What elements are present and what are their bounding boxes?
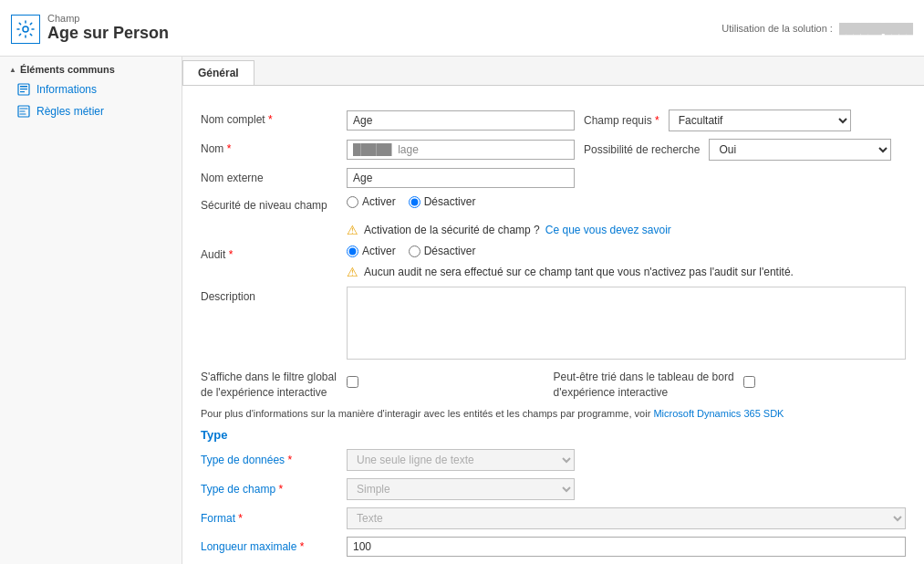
header-sub: Champ bbox=[47, 13, 169, 24]
audit-radio-group: Activer Désactiver bbox=[347, 245, 475, 257]
row-description: Description bbox=[201, 287, 906, 362]
content-area: Général Nom complet * Champ requis bbox=[182, 57, 924, 564]
audit-activer-radio[interactable]: Activer bbox=[347, 245, 396, 257]
required-star-nom: * bbox=[227, 142, 232, 155]
elements-communs-label: Éléments communs bbox=[20, 64, 115, 75]
type-title: Type bbox=[201, 428, 906, 442]
warning-icon-securite: ⚠ bbox=[347, 223, 358, 237]
warning-icon-audit: ⚠ bbox=[347, 265, 358, 279]
main-layout: Éléments communs Informations bbox=[0, 57, 924, 564]
row-audit: Audit * Activer Désactiver bbox=[201, 245, 906, 261]
securite-activer-input[interactable] bbox=[347, 196, 358, 208]
sidebar-informations-label: Informations bbox=[36, 83, 97, 96]
peut-etre-checkbox[interactable] bbox=[743, 376, 755, 388]
nom-controls: Possibilité de recherche Oui Non bbox=[347, 139, 906, 161]
header: Champ Age sur Person Utilisation de la s… bbox=[0, 0, 924, 57]
possibilite-label: Possibilité de recherche bbox=[584, 143, 700, 156]
utilisation-value: ██████ ████ bbox=[839, 23, 913, 34]
row-nom-externe: Nom externe bbox=[201, 168, 906, 188]
audit-desactiver-radio[interactable]: Désactiver bbox=[409, 245, 476, 257]
label-type-donnees: Type de données * bbox=[201, 454, 347, 466]
label-securite: Sécurité de niveau champ bbox=[201, 195, 347, 212]
sidebar-regles-label: Règles métier bbox=[36, 105, 104, 118]
nom-externe-input[interactable] bbox=[347, 168, 575, 188]
label-nom: Nom * bbox=[201, 139, 347, 155]
securite-radio-group: Activer Désactiver bbox=[347, 195, 475, 208]
tab-general[interactable]: Général bbox=[182, 60, 254, 85]
nom-input[interactable] bbox=[347, 140, 575, 160]
sidebar-section-header: Éléments communs bbox=[0, 57, 182, 78]
sdk-link[interactable]: Microsoft Dynamics 365 SDK bbox=[653, 408, 784, 419]
label-description: Description bbox=[201, 287, 347, 303]
label-type-champ: Type de champ * bbox=[201, 483, 347, 496]
header-right: Utilisation de la solution : ██████ ████ bbox=[722, 23, 913, 34]
row-securite: Sécurité de niveau champ Activer Désacti… bbox=[201, 195, 906, 212]
sidebar-item-informations[interactable]: Informations bbox=[0, 78, 182, 100]
header-titles: Champ Age sur Person bbox=[47, 13, 169, 43]
audit-warning-row: ⚠ Aucun audit ne sera effectué sur ce ch… bbox=[347, 265, 906, 279]
securite-activer-radio[interactable]: Activer bbox=[347, 195, 396, 208]
securite-desactiver-radio[interactable]: Désactiver bbox=[409, 195, 476, 208]
securite-desactiver-input[interactable] bbox=[409, 196, 420, 208]
saffiche-left: S'affiche dans le filtre global de l'exp… bbox=[201, 370, 554, 401]
gear-icon bbox=[16, 20, 35, 38]
info-icon bbox=[16, 82, 31, 97]
label-nom-externe: Nom externe bbox=[201, 168, 347, 184]
peut-etre-right: Peut-être trié dans le tableau de bord d… bbox=[554, 370, 907, 401]
description-textarea[interactable] bbox=[347, 287, 906, 360]
label-longueur: Longueur maximale * bbox=[201, 540, 347, 553]
label-audit: Audit * bbox=[201, 245, 347, 261]
longueur-input[interactable] bbox=[347, 537, 906, 557]
svg-rect-2 bbox=[20, 86, 27, 88]
row-longueur: Longueur maximale * bbox=[201, 537, 906, 557]
row-nom: Nom * Possibilité de recherche Oui Non bbox=[201, 139, 906, 161]
form-content: Nom complet * Champ requis * Facultatif … bbox=[182, 86, 924, 564]
label-format: Format * bbox=[201, 512, 347, 525]
securite-warning-row: ⚠ Activation de la sécurité de champ ? C… bbox=[347, 219, 906, 241]
possibilite-select[interactable]: Oui Non bbox=[709, 139, 891, 161]
nom-complet-input[interactable] bbox=[347, 110, 575, 131]
label-nom-complet: Nom complet * bbox=[201, 110, 347, 126]
required-star-nom-complet: * bbox=[268, 113, 273, 126]
peut-etre-label: Peut-être trié dans le tableau de bord d… bbox=[554, 370, 736, 401]
svg-point-0 bbox=[23, 26, 28, 32]
info-text-row: Pour plus d'informations sur la manière … bbox=[201, 408, 906, 419]
tabs-bar: Général bbox=[182, 57, 924, 86]
audit-desactiver-input[interactable] bbox=[409, 245, 420, 257]
header-icon-box bbox=[11, 15, 40, 44]
peut-etre-checkbox-area bbox=[743, 370, 755, 391]
securite-warning-text: Activation de la sécurité de champ ? bbox=[364, 224, 540, 236]
nom-externe-controls bbox=[347, 168, 906, 188]
rules-icon bbox=[16, 104, 31, 119]
type-donnees-select[interactable]: Une seule ligne de texte bbox=[347, 449, 575, 471]
champ-requis-select[interactable]: Facultatif Obligatoire bbox=[669, 110, 851, 131]
dual-checkbox-row: S'affiche dans le filtre global de l'exp… bbox=[201, 370, 906, 401]
sidebar: Éléments communs Informations bbox=[0, 57, 182, 564]
nom-complet-controls: Champ requis * Facultatif Obligatoire bbox=[347, 110, 906, 131]
header-main-title: Age sur Person bbox=[47, 24, 169, 43]
format-select[interactable]: Texte bbox=[347, 507, 906, 529]
info-text-prefix: Pour plus d'informations sur la manière … bbox=[201, 408, 650, 419]
utilisation-label: Utilisation de la solution : bbox=[722, 23, 833, 34]
securite-link[interactable]: Ce que vous devez savoir bbox=[545, 224, 671, 236]
saffiche-checkbox[interactable] bbox=[347, 376, 358, 388]
row-format: Format * Texte bbox=[201, 507, 906, 529]
champ-requis-label: Champ requis * bbox=[584, 114, 659, 127]
sidebar-item-regles-metier[interactable]: Règles métier bbox=[0, 100, 182, 122]
row-type-donnees: Type de données * Une seule ligne de tex… bbox=[201, 449, 906, 471]
row-nom-complet: Nom complet * Champ requis * Facultatif … bbox=[201, 110, 906, 131]
saffiche-label: S'affiche dans le filtre global de l'exp… bbox=[201, 370, 347, 401]
svg-rect-3 bbox=[20, 89, 27, 89]
app-container: Champ Age sur Person Utilisation de la s… bbox=[0, 0, 924, 564]
audit-activer-input[interactable] bbox=[347, 245, 358, 257]
audit-warning-text: Aucun audit ne sera effectué sur ce cham… bbox=[364, 266, 794, 278]
description-area bbox=[347, 287, 906, 362]
svg-rect-4 bbox=[20, 91, 25, 92]
saffiche-checkbox-area bbox=[347, 370, 358, 391]
row-type-champ: Type de champ * Simple bbox=[201, 478, 906, 500]
type-champ-select[interactable]: Simple bbox=[347, 478, 575, 500]
